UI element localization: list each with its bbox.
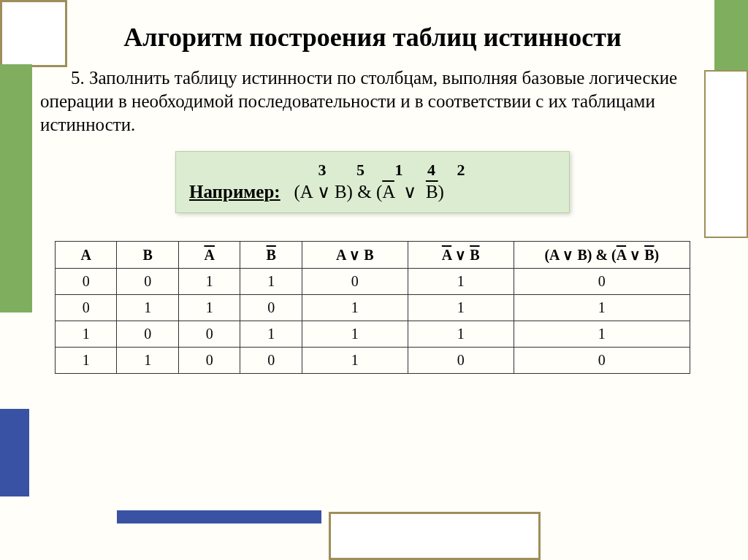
step-paragraph: 5. Заполнить таблицу истинности по столб… — [40, 66, 705, 137]
table-header-row: A B A B A ∨ B A ∨ B (A ∨ B) & (A ∨ B) — [56, 242, 690, 269]
expr-and: & — [357, 182, 371, 202]
th-result: (A ∨ B) & (A ∨ B) — [514, 242, 690, 269]
expr-AorB: (A ∨ B) — [294, 182, 353, 202]
th-notA: A — [178, 242, 240, 269]
decor-green-bar-right — [714, 0, 748, 70]
th-A: A — [56, 242, 117, 269]
expr-notA: A — [382, 182, 394, 202]
example-expression: Например: (A ∨ B) & (A ∨ B) — [189, 181, 556, 202]
step-text: 5. Заполнить таблицу истинности по столб… — [40, 68, 677, 134]
decor-blue-bar-bottom — [117, 510, 321, 523]
expr-or: ∨ — [403, 182, 416, 202]
slide-content: Алгоритм построения таблиц истинности 5.… — [40, 22, 705, 374]
th-AorB: A ∨ B — [302, 242, 408, 269]
table-row: 1 1 0 0 1 0 0 — [56, 348, 690, 374]
table-body: 0 0 1 1 0 1 0 0 1 1 0 1 1 1 1 0 0 1 — [56, 269, 690, 374]
th-B: B — [117, 242, 178, 269]
operation-order-row: 3 5 1 4 2 — [189, 161, 556, 180]
th-notB: B — [240, 242, 302, 269]
order-3: 3 — [308, 161, 337, 180]
table-row: 1 0 0 1 1 1 1 — [56, 321, 690, 348]
order-1: 1 — [384, 161, 413, 180]
expr-open: ( — [376, 182, 382, 202]
example-label: Например: — [189, 182, 280, 202]
decor-outline-box-bottom — [329, 512, 541, 560]
table-row: 0 1 1 0 1 1 1 — [56, 295, 690, 321]
order-4: 4 — [418, 161, 446, 180]
table-row: 0 0 1 1 0 1 0 — [56, 269, 690, 295]
decor-outline-box-right — [704, 70, 748, 238]
th-notAornotB: A ∨ B — [408, 242, 514, 269]
slide-title: Алгоритм построения таблиц истинности — [40, 22, 705, 53]
example-box: 3 5 1 4 2 Например: (A ∨ B) & (A ∨ B) — [175, 151, 570, 213]
expr-notB: B — [426, 182, 438, 202]
expr-close: ) — [438, 182, 444, 202]
order-2: 2 — [449, 161, 473, 180]
truth-table: A B A B A ∨ B A ∨ B (A ∨ B) & (A ∨ B) 0 … — [55, 241, 690, 374]
order-5: 5 — [341, 161, 381, 180]
decor-green-bar-left — [0, 64, 32, 312]
decor-blue-bar-left — [0, 409, 29, 496]
